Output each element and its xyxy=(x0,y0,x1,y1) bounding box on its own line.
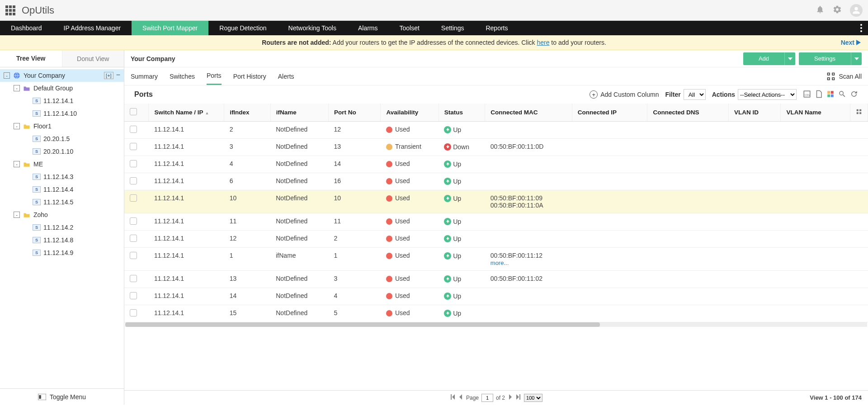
page-prev-icon[interactable] xyxy=(458,394,463,401)
nav-item-settings[interactable]: Settings xyxy=(430,21,475,35)
row-checkbox[interactable] xyxy=(130,292,137,299)
subtab-summary[interactable]: Summary xyxy=(131,68,158,85)
tree-row[interactable]: -Your Company[+]− xyxy=(0,69,124,82)
page-input[interactable] xyxy=(481,394,493,402)
tree-toggle-icon[interactable]: - xyxy=(14,161,20,167)
export-csv-icon[interactable]: CSV xyxy=(803,90,811,99)
row-checkbox[interactable] xyxy=(130,252,137,259)
nav-item-reports[interactable]: Reports xyxy=(475,21,519,35)
nav-item-switch-port-mapper[interactable]: Switch Port Mapper xyxy=(132,21,208,35)
filter-select[interactable]: All xyxy=(684,89,706,100)
nav-item-toolset[interactable]: Toolset xyxy=(389,21,430,35)
add-button-main[interactable]: Add xyxy=(743,52,784,65)
column-chooser-icon[interactable] xyxy=(826,90,835,99)
tree-row[interactable]: S11.12.14.4 xyxy=(0,183,124,196)
row-checkbox[interactable] xyxy=(130,126,137,133)
toggle-menu[interactable]: Toggle Menu xyxy=(0,388,124,405)
table-row[interactable]: 11.12.14.12NotDefined12UsedUp xyxy=(124,122,868,139)
tree-toggle-icon[interactable]: - xyxy=(14,85,20,91)
table-row[interactable]: 11.12.14.111NotDefined11UsedUp xyxy=(124,213,868,231)
add-button-dropdown[interactable] xyxy=(784,52,795,65)
tree-row[interactable]: S11.12.14.2 xyxy=(0,221,124,234)
tree-row[interactable]: -Floor1 xyxy=(0,120,124,132)
tree-row[interactable]: -Default Group xyxy=(0,82,124,94)
avatar[interactable] xyxy=(850,4,863,17)
banner-link[interactable]: here xyxy=(537,39,549,46)
view-tab-tree[interactable]: Tree View xyxy=(0,50,62,67)
col-vlan-id[interactable]: VLAN ID xyxy=(729,104,781,122)
row-checkbox[interactable] xyxy=(130,177,137,184)
column-settings-icon[interactable] xyxy=(850,104,868,122)
col-availability[interactable]: Availability xyxy=(381,104,439,122)
table-row[interactable]: 11.12.14.112NotDefined2UsedUp xyxy=(124,231,868,248)
banner-next[interactable]: Next xyxy=(841,39,861,46)
table-row[interactable]: 11.12.14.13NotDefined13TransientDown00:5… xyxy=(124,139,868,156)
nav-item-networking-tools[interactable]: Networking Tools xyxy=(278,21,347,35)
bell-icon[interactable] xyxy=(816,5,825,15)
scan-all[interactable]: Scan All xyxy=(827,72,862,80)
tree-row[interactable]: S11.12.14.5 xyxy=(0,196,124,208)
settings-button-dropdown[interactable] xyxy=(851,52,862,65)
nav-item-alarms[interactable]: Alarms xyxy=(347,21,389,35)
table-row[interactable]: 11.12.14.110NotDefined10UsedUp00:50:BF:0… xyxy=(124,190,868,213)
row-checkbox[interactable] xyxy=(130,235,137,242)
subtab-ports[interactable]: Ports xyxy=(207,67,222,85)
page-next-icon[interactable] xyxy=(508,394,513,401)
gear-icon[interactable] xyxy=(833,5,842,15)
export-pdf-icon[interactable] xyxy=(815,90,823,99)
tree-row[interactable]: S20.20.1.10 xyxy=(0,145,124,158)
col-vlan-name[interactable]: VLAN Name xyxy=(781,104,850,122)
more-link[interactable]: more... xyxy=(491,260,509,266)
tree-row[interactable]: S11.12.14.9 xyxy=(0,246,124,259)
col-connected-ip[interactable]: Connected IP xyxy=(572,104,647,122)
table-row[interactable]: 11.12.14.16NotDefined16UsedUp xyxy=(124,173,868,190)
add-button[interactable]: Add xyxy=(743,52,795,65)
actions-select[interactable]: --Select Actions-- xyxy=(738,89,797,100)
tree-toggle-icon[interactable]: - xyxy=(14,123,20,129)
tree-row[interactable]: S11.12.14.10 xyxy=(0,107,124,120)
page-size-select[interactable]: 100 xyxy=(524,394,542,402)
subtab-alerts[interactable]: Alerts xyxy=(278,68,294,85)
tree-add-icon[interactable]: [+] xyxy=(104,72,113,79)
row-checkbox[interactable] xyxy=(130,309,137,316)
subtab-switches[interactable]: Switches xyxy=(170,68,195,85)
tree-toggle-icon[interactable]: - xyxy=(14,212,20,218)
col-ifname[interactable]: ifName xyxy=(270,104,328,122)
page-first-icon[interactable] xyxy=(450,394,455,401)
add-custom-column[interactable]: + Add Custom Column xyxy=(590,90,659,99)
tree-row[interactable]: S11.12.14.3 xyxy=(0,170,124,183)
settings-button-main[interactable]: Settings xyxy=(799,52,851,65)
tree-row[interactable]: -ME xyxy=(0,158,124,170)
tree-row[interactable]: -Zoho xyxy=(0,208,124,221)
table-row[interactable]: 11.12.14.115NotDefined5UsedUp xyxy=(124,305,868,322)
tree-row[interactable]: S11.12.14.8 xyxy=(0,234,124,246)
row-checkbox[interactable] xyxy=(130,160,137,167)
col-connected-mac[interactable]: Connected MAC xyxy=(485,104,572,122)
col-port-no[interactable]: Port No xyxy=(329,104,381,122)
nav-item-dashboard[interactable]: Dashboard xyxy=(0,21,53,35)
page-last-icon[interactable] xyxy=(516,394,521,401)
table-row[interactable]: 11.12.14.11ifName1UsedUp00:50:BF:00:11:1… xyxy=(124,248,868,271)
nav-item-rogue-detection[interactable]: Rogue Detection xyxy=(208,21,277,35)
subtab-port-history[interactable]: Port History xyxy=(233,68,266,85)
tree-toggle-icon[interactable]: - xyxy=(4,72,10,79)
row-checkbox[interactable] xyxy=(130,275,137,282)
tree-row[interactable]: S11.12.14.1 xyxy=(0,94,124,107)
col-connected-dns[interactable]: Connected DNS xyxy=(647,104,729,122)
col-status[interactable]: Status xyxy=(439,104,485,122)
more-icon[interactable] xyxy=(854,21,868,35)
tree-row[interactable]: S20.20.1.5 xyxy=(0,132,124,145)
row-checkbox[interactable] xyxy=(130,217,137,225)
nav-item-ip-address-manager[interactable]: IP Address Manager xyxy=(53,21,132,35)
table-row[interactable]: 11.12.14.114NotDefined4UsedUp xyxy=(124,288,868,305)
table-row[interactable]: 11.12.14.113NotDefined3UsedUp00:50:BF:00… xyxy=(124,271,868,288)
row-checkbox[interactable] xyxy=(130,194,137,202)
view-tab-donut[interactable]: Donut View xyxy=(62,50,124,67)
search-icon[interactable] xyxy=(838,90,846,99)
table-row[interactable]: 11.12.14.14NotDefined14UsedUp xyxy=(124,156,868,173)
col-ifindex[interactable]: ifIndex xyxy=(224,104,271,122)
horizontal-scrollbar[interactable] xyxy=(125,322,867,327)
apps-icon[interactable] xyxy=(5,5,15,15)
row-checkbox[interactable] xyxy=(130,143,137,150)
col-switch-name-ip[interactable]: Switch Name / IP▲ xyxy=(149,104,224,122)
